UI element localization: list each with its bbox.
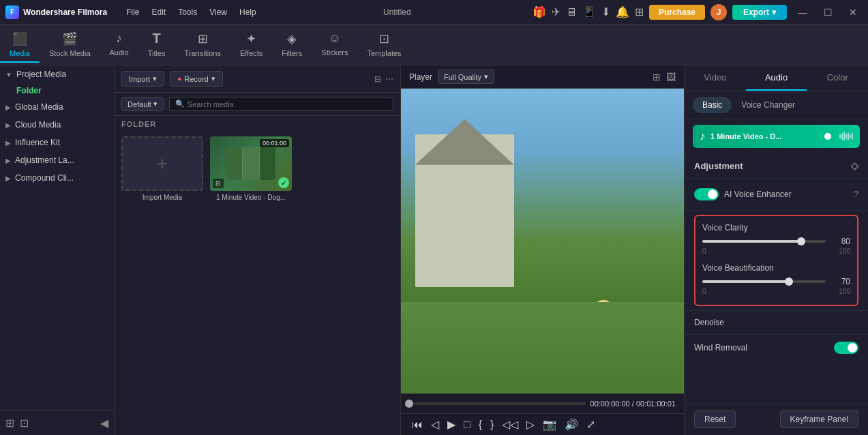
menu-edit[interactable]: Edit <box>146 5 171 20</box>
frame-back-button[interactable]: ◁ <box>428 417 442 432</box>
media-grid: + Import Media 00:01:00 ⊟ ✓ <box>115 130 400 208</box>
gift-icon[interactable]: 🎁 <box>533 5 546 18</box>
playback-timeline[interactable] <box>409 402 586 405</box>
toolbar-transitions-label: Transitions <box>185 49 221 57</box>
sidebar-icon-1[interactable]: ⊞ <box>5 417 14 430</box>
audio-track-display: ♪ 1 Minute Video - D... <box>693 125 860 148</box>
bell-icon[interactable]: 🔔 <box>616 5 629 18</box>
download-icon[interactable]: ⬇ <box>601 5 610 18</box>
toolbar-effects[interactable]: ✦ Effects <box>230 27 272 63</box>
maximize-button[interactable]: ☐ <box>818 5 838 19</box>
toolbar-stock-media[interactable]: 🎬 Stock Media <box>40 27 100 63</box>
play-button[interactable]: ▶ <box>445 417 458 432</box>
purchase-button[interactable]: Purchase <box>649 5 705 20</box>
menu-help[interactable]: Help <box>234 5 262 20</box>
toolbar-templates-label: Templates <box>367 49 401 57</box>
search-input[interactable] <box>188 100 387 108</box>
adjustment-edit-icon[interactable]: ◇ <box>851 160 858 171</box>
titlebar: F Wondershare Filmora File Edit Tools Vi… <box>0 0 868 25</box>
plane-icon[interactable]: ✈ <box>552 5 560 18</box>
ai-voice-enhancer-toggle[interactable] <box>694 188 719 200</box>
record-button[interactable]: ● Record ▾ <box>170 71 223 87</box>
toolbar-templates[interactable]: ⊡ Templates <box>357 27 410 63</box>
window-title: Untitled <box>267 7 527 17</box>
quality-selector[interactable]: Full Quality ▾ <box>438 70 494 84</box>
video-item-label: 1 Minute Video - Dog... <box>216 194 286 201</box>
minimize-button[interactable]: — <box>792 5 813 19</box>
grid-view-icon[interactable]: ⊞ <box>653 72 661 82</box>
filters-icon: ◈ <box>287 31 297 46</box>
toolbar-stickers-label: Stickers <box>321 48 348 57</box>
fullscreen-button[interactable]: ⤢ <box>584 417 598 432</box>
toolbar-transitions[interactable]: ⊞ Transitions <box>175 27 230 63</box>
close-button[interactable]: ✕ <box>843 5 863 19</box>
toolbar-filters[interactable]: ◈ Filters <box>272 27 312 63</box>
sidebar-influence-kit-label: Influence Kit <box>15 138 60 147</box>
monitor-icon[interactable]: 🖥 <box>566 6 577 18</box>
voice-clarity-slider[interactable] <box>702 240 826 243</box>
sidebar-icon-2[interactable]: ⊡ <box>20 417 29 430</box>
voice-clarity-thumb[interactable] <box>797 237 805 245</box>
toolbar-titles[interactable]: T Titles <box>138 27 175 63</box>
grid-icon[interactable]: ⊞ <box>635 5 644 18</box>
stop-button[interactable]: □ <box>461 417 473 432</box>
wind-removal-row: Wind Removal <box>685 334 868 361</box>
subtab-voice-changer[interactable]: Voice Changer <box>732 97 805 113</box>
video-check-icon: ✓ <box>278 177 289 188</box>
sidebar-item-adjustment[interactable]: ▶ Adjustment La... <box>0 151 114 169</box>
voice-clarity-fill <box>702 240 801 243</box>
sidebar-item-influence-kit[interactable]: ▶ Influence Kit <box>0 134 114 151</box>
search-box[interactable]: 🔍 <box>169 97 393 111</box>
import-button[interactable]: Import ▾ <box>121 71 164 87</box>
more-icon[interactable]: ⋯ <box>385 74 393 84</box>
media-item-import[interactable]: + Import Media <box>121 136 203 201</box>
sidebar-item-folder[interactable]: Folder <box>0 83 114 98</box>
media-item-video1[interactable]: 00:01:00 ⊟ ✓ 1 Minute Video - Dog... <box>210 136 292 201</box>
wind-removal-toggle[interactable] <box>834 342 858 354</box>
reset-button[interactable]: Reset <box>694 410 736 428</box>
menu-file[interactable]: File <box>121 5 145 20</box>
default-view-button[interactable]: Default ▾ <box>121 97 164 111</box>
mark-in-button[interactable]: { <box>476 417 485 432</box>
menu-view[interactable]: View <box>204 5 233 20</box>
subtab-basic[interactable]: Basic <box>693 97 732 113</box>
filter-icon[interactable]: ⊟ <box>374 74 381 84</box>
image-view-icon[interactable]: 🖼 <box>666 72 676 82</box>
tab-video[interactable]: Video <box>685 65 746 91</box>
snapshot-button[interactable]: 📷 <box>540 417 559 432</box>
tab-audio[interactable]: Audio <box>746 65 807 91</box>
filmstrip-frame-2 <box>243 147 258 180</box>
playback-controls: 00:00:00:00 / 00:01:00:01 <box>401 393 684 413</box>
sidebar-collapse-icon[interactable]: ◀ <box>100 417 108 430</box>
export-button[interactable]: Export ▾ <box>732 5 787 20</box>
user-avatar[interactable]: J <box>710 4 727 20</box>
frame-forward-button[interactable]: ▷ <box>524 417 537 432</box>
skip-start-button[interactable]: ⏮ <box>409 417 425 432</box>
volume-button[interactable]: 🔊 <box>562 417 581 432</box>
voice-beautification-slider[interactable] <box>702 280 826 283</box>
player-controls-row: ⏮ ◁ ▶ □ { } ◁◁ ▷ 📷 🔊 ⤢ <box>401 413 684 435</box>
ai-voice-enhancer-help-icon[interactable]: ? <box>854 190 858 199</box>
voice-beautification-param: Voice Beautification 70 0 100 <box>702 263 850 295</box>
sidebar-item-global-media[interactable]: ▶ Global Media <box>0 98 114 116</box>
adjustment-section: Adjustment ◇ <box>685 153 868 179</box>
mark-out-button[interactable]: } <box>488 417 496 432</box>
sidebar-item-compound-clip[interactable]: ▶ Compound Cli... <box>0 169 114 187</box>
media-icon: ⬛ <box>12 31 27 46</box>
toolbar-audio[interactable]: ♪ Audio <box>100 27 138 62</box>
add-marker-button[interactable]: ◁◁ <box>499 417 521 432</box>
voice-beautification-thumb[interactable] <box>785 278 793 286</box>
filmstrip-icon: ⊟ <box>213 179 224 188</box>
voice-beautification-range: 0 100 <box>702 288 850 295</box>
menu-tools[interactable]: Tools <box>173 5 203 20</box>
stock-media-icon: 🎬 <box>62 31 77 46</box>
toolbar-media[interactable]: ⬛ Media <box>0 27 40 63</box>
media-panel: Import ▾ ● Record ▾ ⊟ ⋯ Default ▾ 🔍 <box>115 65 401 435</box>
ai-voice-enhancer-label: AI Voice Enhancer <box>724 190 848 199</box>
toolbar-stickers[interactable]: ☺ Stickers <box>312 27 357 62</box>
mobile-icon[interactable]: 📱 <box>582 5 596 18</box>
keyframe-panel-button[interactable]: Keyframe Panel <box>780 410 858 428</box>
sidebar-item-project-media[interactable]: ▼ Project Media <box>0 65 114 83</box>
sidebar-item-cloud-media[interactable]: ▶ Cloud Media <box>0 116 114 134</box>
tab-color[interactable]: Color <box>807 65 868 91</box>
